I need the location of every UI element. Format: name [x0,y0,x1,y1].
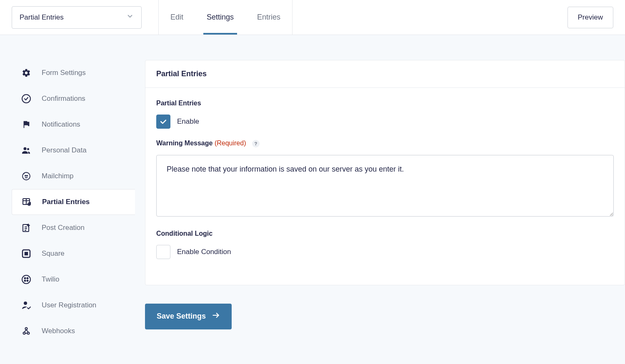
sidebar-item-label: Mailchimp [42,172,74,180]
sidebar-item-form-settings[interactable]: Form Settings [12,60,135,86]
tab-entries[interactable]: Entries [245,0,292,35]
svg-point-23 [23,332,25,334]
sidebar-item-label: Confirmations [42,95,85,103]
dots-circle-icon [21,274,32,285]
save-button-label: Save Settings [157,312,206,321]
preview-button[interactable]: Preview [568,7,613,28]
arrow-right-icon [212,311,220,322]
gear-icon [21,67,32,78]
content: Form Settings Confirmations Notification… [0,35,625,344]
check-circle-icon [21,93,32,104]
sidebar-item-twilio[interactable]: Twilio [12,267,135,292]
preview-wrap: Preview [568,0,613,35]
sidebar-item-webhooks[interactable]: Webhooks [12,318,135,344]
sidebar-item-notifications[interactable]: Notifications [12,112,135,137]
svg-point-25 [25,328,28,330]
svg-point-22 [24,302,27,305]
tabs: Edit Settings Entries [158,0,292,35]
svg-point-17 [22,275,30,284]
save-settings-button[interactable]: Save Settings [145,304,232,329]
sidebar-item-label: Square [42,249,65,258]
sidebar-item-label: Twilio [42,275,60,284]
topbar: Partial Entries Edit Settings Entries Pr… [0,0,625,35]
flag-icon [21,119,32,130]
document-plus-icon [21,222,32,233]
panel-body: Partial Entries Enable Warning Message (… [145,88,625,285]
sidebar-item-user-registration[interactable]: User Registration [12,292,135,318]
people-icon [21,145,32,156]
sidebar-item-post-creation[interactable]: Post Creation [12,215,135,241]
condition-label: Enable Condition [177,248,231,256]
form-select-dropdown[interactable]: Partial Entries [12,6,142,29]
tab-settings[interactable]: Settings [195,0,245,35]
sidebar-item-personal-data[interactable]: Personal Data [12,137,135,163]
table-refresh-icon [21,197,32,207]
sidebar-item-partial-entries[interactable]: Partial Entries [12,189,135,215]
sidebar: Form Settings Confirmations Notification… [12,60,135,344]
svg-point-20 [25,280,26,282]
sidebar-item-square[interactable]: Square [12,241,135,267]
svg-rect-16 [25,252,28,255]
mailchimp-icon [21,171,32,182]
sidebar-item-mailchimp[interactable]: Mailchimp [12,163,135,189]
form-select-wrap: Partial Entries [12,0,158,35]
panel-title: Partial Entries [145,60,625,88]
chevron-down-icon [126,12,134,22]
svg-point-18 [25,278,26,279]
enable-row: Enable [156,115,614,129]
svg-point-21 [27,280,28,282]
conditional-logic-label: Conditional Logic [156,230,614,237]
panel: Partial Entries Partial Entries Enable W… [145,60,625,285]
svg-point-19 [27,278,28,279]
svg-point-0 [22,95,30,103]
condition-row: Enable Condition [156,245,614,259]
required-label: (Required) [215,140,246,147]
warning-message-textarea[interactable] [156,155,614,217]
svg-point-4 [25,175,26,176]
section-label-partial-entries: Partial Entries [156,100,614,107]
user-check-icon [21,300,32,311]
topbar-spacer [292,0,567,35]
warning-label: Warning Message [156,140,212,147]
enable-checkbox[interactable] [156,115,170,129]
form-select-label: Partial Entries [20,13,64,22]
svg-point-2 [27,148,29,150]
webhook-icon [21,326,32,337]
tab-edit[interactable]: Edit [159,0,195,35]
square-icon [21,248,32,259]
svg-point-24 [28,332,30,334]
enable-label: Enable [177,117,199,126]
help-icon[interactable]: ? [252,140,260,147]
condition-checkbox[interactable] [156,245,170,259]
main: Partial Entries Partial Entries Enable W… [145,60,625,344]
warning-label-row: Warning Message (Required) ? [156,140,614,147]
sidebar-item-label: Personal Data [42,146,87,155]
svg-point-1 [24,147,27,150]
sidebar-item-label: Notifications [42,120,80,129]
svg-point-5 [27,175,28,176]
sidebar-item-label: Webhooks [42,327,75,335]
sidebar-item-label: User Registration [42,301,96,309]
sidebar-item-confirmations[interactable]: Confirmations [12,86,135,112]
sidebar-item-label: Post Creation [42,224,85,232]
sidebar-item-label: Partial Entries [42,198,90,206]
sidebar-item-label: Form Settings [42,69,86,77]
